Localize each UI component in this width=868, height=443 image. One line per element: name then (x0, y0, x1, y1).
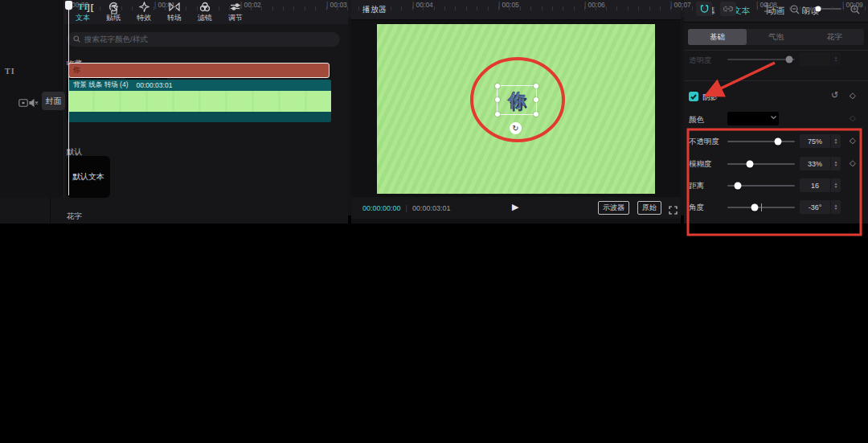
dim-slider-thumb[interactable] (786, 56, 793, 64)
search-input[interactable]: 搜索花字颜色/样式 (67, 32, 340, 47)
timeline-ruler[interactable]: 00:00 00:01 00:02 00:03 00:04 00:05 00:0… (0, 0, 868, 11)
shadow-color-label: 颜色 (689, 115, 704, 125)
shadow-angle-row: 角度 -36° ▲▼ (684, 199, 868, 215)
tab-label: 转场 (167, 13, 182, 23)
shadow-checkbox[interactable] (689, 92, 698, 101)
cover-button-label: 封面 (46, 96, 62, 107)
selection-handle[interactable] (534, 84, 538, 88)
divider (684, 50, 868, 51)
ruler-label: 00:00 (72, 1, 88, 9)
keyframe-icon[interactable]: ◇ (850, 158, 856, 167)
video-clip[interactable]: 背景 线条 转场 (4) 00:00:03:01 (68, 80, 331, 122)
shadow-distance-label: 距离 (689, 181, 704, 191)
subtab-huazi[interactable]: 花字 (805, 29, 864, 45)
shadow-distance-value[interactable]: 16 (800, 178, 830, 192)
shadow-blur-label: 模糊度 (689, 159, 712, 170)
inspector-subtabs: 基础 气泡 花字 (688, 29, 864, 45)
video-clip-audio-band (68, 112, 331, 122)
current-time: 00:00:00:00 (362, 204, 401, 212)
track-mute-icon[interactable] (29, 96, 39, 110)
stepper[interactable]: ▲▼ (830, 134, 841, 148)
tab-label: 调节 (228, 13, 243, 23)
default-text-label: 默认文本 (72, 171, 104, 183)
selection-box[interactable] (497, 85, 537, 115)
search-icon (73, 35, 80, 44)
keyframe-icon[interactable]: ◇ (850, 91, 856, 100)
subtab-bubble[interactable]: 气泡 (747, 29, 805, 45)
shadow-blur-slider[interactable] (727, 163, 795, 165)
ruler-label: 00:02 (240, 1, 261, 9)
cover-button[interactable]: 封面 (42, 92, 65, 110)
ruler-label: 00:07 (670, 1, 691, 9)
tab-label: 文本 (76, 13, 90, 23)
shadow-angle-label: 角度 (689, 203, 704, 213)
slider-thumb[interactable] (775, 138, 782, 146)
rotate-handle[interactable]: ↻ (510, 122, 522, 134)
original-button[interactable]: 原始 (637, 201, 661, 215)
selection-handle[interactable] (534, 112, 538, 117)
divider (684, 80, 868, 81)
shadow-opacity-label: 不透明度 (689, 137, 719, 147)
ruler-label: 00:04 (412, 1, 433, 9)
tab-label: 特效 (137, 13, 151, 23)
video-clip-title: 背景 线条 转场 (4) (73, 80, 128, 90)
shadow-opacity-value[interactable]: 75% (800, 134, 830, 148)
ruler-label: 00:05 (498, 1, 519, 9)
slider-thumb[interactable] (751, 204, 758, 211)
subtab-basic[interactable]: 基础 (688, 29, 747, 45)
fullscreen-icon[interactable] (669, 203, 678, 218)
rotate-icon: ↻ (512, 124, 518, 133)
slider-thumb[interactable] (735, 183, 742, 190)
shadow-section-label: 阴影 (702, 92, 718, 103)
video-clip-header: 背景 线条 转场 (4) 00:00:03:01 (68, 80, 331, 91)
text-clip[interactable]: 你 (68, 63, 330, 78)
ruler-label: 00:08 (756, 1, 777, 9)
track-visibility-icon[interactable] (18, 96, 28, 110)
scope-button[interactable]: 示波器 (598, 201, 629, 215)
selection-handle[interactable] (495, 112, 500, 117)
player-controls: 00:00:00:00 | 00:00:03:01 ▶ 示波器 原始 (351, 197, 681, 219)
play-button[interactable]: ▶ (512, 202, 518, 212)
capcut-window: 媒体 音频 TI 文本 贴纸 特效 转场 (0, 0, 868, 443)
search-placeholder: 搜索花字颜色/样式 (84, 35, 148, 45)
shadow-distance-slider[interactable] (727, 185, 795, 187)
selection-handle[interactable] (495, 84, 500, 88)
video-canvas[interactable]: 你 ↻ (377, 24, 655, 194)
shadow-color-dropdown[interactable] (727, 112, 779, 125)
keyframe-icon[interactable]: ◇ (850, 136, 856, 145)
dim-value-box[interactable] (800, 52, 830, 66)
video-clip-duration: 00:00:03:01 (136, 81, 172, 89)
shadow-angle-value[interactable]: -36° (800, 200, 830, 214)
playhead-line[interactable] (68, 1, 69, 195)
tab-label: 滤镜 (198, 13, 212, 23)
shadow-opacity-row: 不透明度 75% ▲▼ ◇ (684, 133, 868, 150)
slider-thumb[interactable] (746, 161, 753, 168)
ruler-label: 00:09 (842, 1, 863, 9)
section-label-huazi: 花字 (67, 211, 82, 222)
shadow-blur-row: 模糊度 33% ▲▼ ◇ (684, 156, 868, 172)
default-text-card[interactable]: 默认文本 (67, 156, 110, 198)
stepper[interactable]: ▲▼ (830, 200, 841, 214)
stepper[interactable]: ▲▼ (830, 178, 841, 192)
ruler-label: 00:01 (154, 1, 175, 9)
ruler-label: 00:06 (584, 1, 605, 9)
selection-handle[interactable] (495, 97, 500, 102)
player-panel: 播放器 你 ↻ 00:00:00:00 | 00:00:03:01 ▶ 示波器 … (351, 0, 681, 224)
shadow-opacity-slider[interactable] (727, 141, 795, 142)
inspector-panel: 字幕 文本 动画 朗读 基础 气泡 花字 透明度 ▲▼ 阴影 ↺ ◇ 颜色 (684, 0, 868, 224)
dim-slider[interactable] (727, 59, 795, 60)
playhead-handle[interactable] (65, 1, 72, 10)
reset-icon[interactable]: ↺ (831, 90, 838, 100)
time-separator: | (406, 204, 407, 212)
dim-slider-label: 透明度 (689, 55, 712, 66)
shadow-distance-row: 距离 16 ▲▼ (684, 178, 868, 194)
selection-handle[interactable] (534, 97, 538, 102)
dim-stepper[interactable]: ▲▼ (830, 52, 841, 66)
shadow-blur-value[interactable]: 33% (800, 157, 830, 170)
video-clip-thumbnails (68, 91, 331, 112)
ruler-label: 00:03 (326, 1, 347, 9)
stepper[interactable]: ▲▼ (830, 157, 841, 170)
angle-center-tick (761, 203, 762, 211)
keyframe-icon[interactable]: ◇ (850, 113, 856, 122)
total-time: 00:00:03:01 (412, 204, 451, 212)
